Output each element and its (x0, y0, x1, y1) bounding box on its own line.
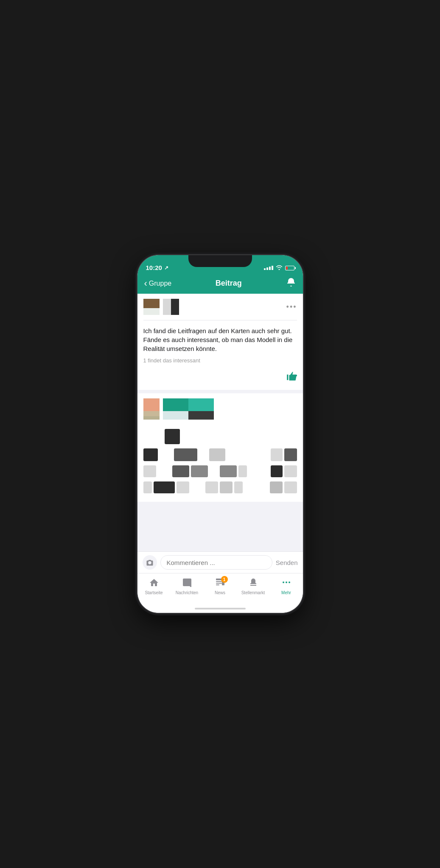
tab-mehr-label: Mehr (281, 590, 291, 595)
nav-bar: ‹ Gruppe Beitrag (137, 274, 303, 294)
placeholder-block (165, 429, 180, 444)
post-likes: 1 findet das interessant (143, 357, 297, 364)
signal-bars (264, 266, 273, 270)
back-chevron-icon: ‹ (144, 279, 147, 288)
svg-point-5 (283, 581, 284, 583)
back-button[interactable]: ‹ Gruppe (144, 279, 172, 288)
tab-stellenmarkt-label: Stellenmarkt (241, 590, 265, 595)
send-button[interactable]: Senden (276, 559, 298, 566)
content-row-0 (143, 429, 297, 444)
home-icon (149, 578, 159, 590)
phone-screen: 10:20 ↗ (137, 255, 303, 613)
post-card-2 (137, 393, 303, 425)
battery-icon (285, 266, 294, 270)
home-indicator (137, 604, 303, 613)
comment-input[interactable] (160, 555, 272, 570)
content-area: ••• Ich fand die Leitfragen auf den Kart… (137, 294, 303, 551)
svg-point-6 (286, 581, 287, 583)
tab-nachrichten[interactable]: Nachrichten (171, 576, 204, 597)
avatar-2 (163, 299, 188, 315)
status-icons (264, 264, 294, 271)
tab-startseite-label: Startseite (145, 590, 163, 595)
content-row-2 (143, 465, 297, 477)
svg-rect-1 (216, 581, 222, 582)
chair-icon (248, 578, 258, 590)
svg-rect-3 (216, 584, 219, 585)
content-row-3 (143, 481, 297, 493)
tab-startseite[interactable]: Startseite (137, 576, 171, 597)
page-title: Beitrag (216, 279, 242, 288)
tab-news-label: News (215, 590, 225, 595)
content-rows (137, 425, 303, 502)
news-icon: 1 (215, 578, 225, 590)
avatar-4 (163, 398, 214, 420)
tab-stellenmarkt[interactable]: Stellenmarkt (237, 576, 270, 597)
more-options-button[interactable]: ••• (286, 303, 297, 312)
post2-avatars (143, 398, 297, 420)
tab-nachrichten-label: Nachrichten (176, 590, 198, 595)
post-text: Ich fand die Leitfragen auf den Karten a… (143, 326, 297, 353)
chat-icon (182, 578, 192, 590)
post-card-1: ••• Ich fand die Leitfragen auf den Kart… (137, 294, 303, 390)
notch (188, 255, 252, 267)
wifi-icon (276, 264, 283, 271)
time-display: 10:20 (146, 264, 162, 271)
news-badge: 1 (221, 576, 228, 583)
svg-rect-2 (216, 583, 222, 584)
phone-frame: 10:20 ↗ (137, 255, 303, 613)
comment-bar: Senden (137, 551, 303, 573)
tab-mehr[interactable]: Mehr (270, 576, 303, 597)
avatar-1 (143, 299, 160, 315)
more-icon (281, 578, 291, 590)
status-time: 10:20 ↗ (146, 264, 168, 271)
avatar-3 (143, 398, 160, 420)
camera-button[interactable] (143, 555, 157, 570)
back-label: Gruppe (149, 280, 171, 287)
location-icon: ↗ (164, 265, 168, 271)
content-row-1 (143, 448, 297, 461)
post-body: Ich fand die Leitfragen auf den Karten a… (137, 320, 303, 368)
post-avatars (143, 299, 188, 315)
home-bar (195, 608, 246, 609)
post-header: ••• (137, 294, 303, 320)
like-button[interactable] (286, 370, 297, 384)
tab-news[interactable]: 1 News (204, 576, 237, 597)
svg-point-7 (289, 581, 290, 583)
tab-bar: Startseite Nachrichten (137, 573, 303, 604)
bell-icon[interactable] (286, 277, 296, 289)
post-actions (137, 368, 303, 390)
